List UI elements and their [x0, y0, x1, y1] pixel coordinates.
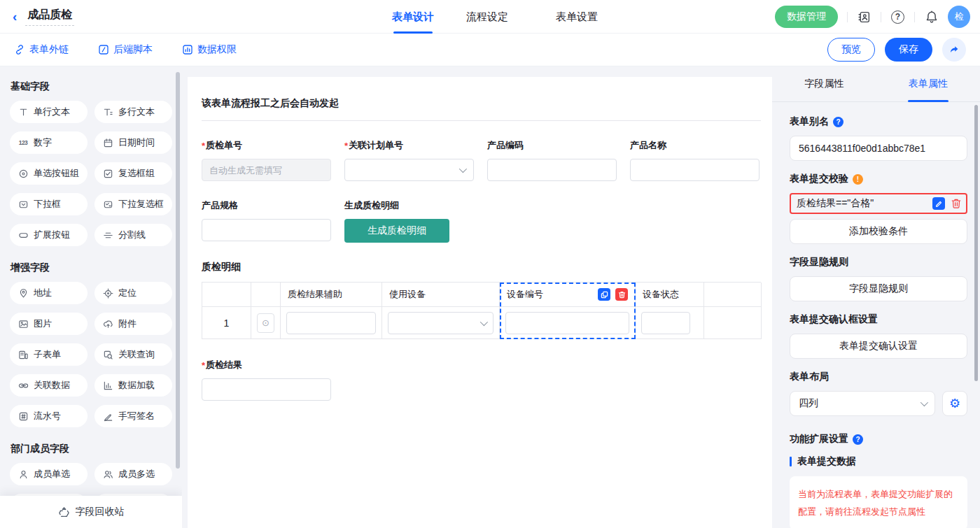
col-header-empty [704, 283, 762, 307]
field-pill-linked-query[interactable]: 关联查询 [94, 343, 172, 366]
field-pill-label: 日期时间 [118, 136, 155, 149]
col-header-device[interactable]: 使用设备 [382, 283, 500, 307]
copy-column-icon[interactable] [598, 288, 610, 301]
section-title-text: 表单别名 [790, 115, 829, 128]
back-icon[interactable]: ‹ [13, 10, 17, 23]
field-pill-checkbox-group[interactable]: 复选框组 [94, 162, 172, 185]
field-pill-attachment[interactable]: 附件 [94, 313, 172, 335]
field-pill-number[interactable]: 123数字 [10, 131, 88, 154]
tab-field-properties[interactable]: 字段属性 [772, 66, 876, 101]
field-pill-extend-button[interactable]: 扩展按钮 [10, 224, 88, 246]
field-pill-geolocation[interactable]: 定位 [94, 282, 172, 304]
link-icon [14, 44, 25, 55]
member-single-icon [18, 469, 29, 480]
field-plan-no[interactable]: *关联计划单号 [344, 139, 474, 181]
edit-rule-icon[interactable] [932, 197, 945, 210]
field-pill-subform[interactable]: 子表单 [10, 343, 88, 366]
col-header-widget [251, 283, 281, 307]
calendar-icon [102, 138, 113, 148]
submit-confirm-button[interactable]: 表单提交确认设置 [790, 334, 967, 359]
aux-input[interactable] [286, 312, 376, 334]
field-pill-address[interactable]: 地址 [10, 282, 88, 304]
tab-form-design[interactable]: 表单设计 [392, 0, 434, 34]
field-pill-single-line-text[interactable]: 单行文本 [10, 101, 88, 123]
required-star: * [202, 141, 205, 151]
delete-rule-icon[interactable] [951, 198, 962, 209]
field-pill-divider-line[interactable]: 分割线 [94, 224, 172, 246]
col-header-device-no[interactable]: 设备编号 [500, 283, 636, 307]
qc-no-input [202, 159, 331, 181]
field-product-spec[interactable]: 产品规格 [202, 199, 331, 243]
delete-column-icon[interactable] [615, 288, 628, 301]
field-pill-linked-data[interactable]: 关联数据 [10, 374, 88, 397]
data-manage-button[interactable]: 数据管理 [775, 6, 838, 28]
help-icon[interactable]: ? [890, 10, 905, 24]
field-pill-label: 下拉复选框 [118, 198, 164, 211]
field-pill-signature[interactable]: 手写签名 [94, 405, 172, 427]
device-no-input[interactable] [505, 312, 629, 334]
device-status-input[interactable] [641, 312, 690, 334]
dropdown-icon [18, 199, 29, 210]
tab-flow-setting[interactable]: 流程设定 [466, 0, 508, 34]
backend-script-link[interactable]: 后端脚本 [98, 43, 153, 56]
tab-form-properties[interactable]: 表单属性 [876, 66, 980, 101]
preview-button[interactable]: 预览 [827, 38, 875, 62]
subform-icon [18, 350, 29, 360]
page-title[interactable]: 成品质检 [25, 8, 74, 26]
contacts-icon[interactable] [857, 10, 872, 24]
multi-line-text-icon [102, 107, 113, 117]
tool-link-label: 后端脚本 [113, 43, 153, 56]
product-spec-input[interactable] [202, 219, 331, 241]
field-pill-label: 复选框组 [118, 167, 155, 180]
product-code-input[interactable] [487, 159, 617, 181]
field-pill-data-load[interactable]: 数据加载 [94, 374, 172, 397]
help-badge-icon[interactable]: ? [833, 117, 844, 127]
field-pill-member-single[interactable]: 成员单选 [10, 463, 88, 485]
field-product-code[interactable]: 产品编码 [487, 139, 617, 181]
add-validation-button[interactable]: 添加校验条件 [790, 219, 967, 244]
field-pill-dropdown[interactable]: 下拉框 [10, 193, 88, 215]
field-pill-multi-line-text[interactable]: 多行文本 [94, 101, 172, 123]
product-name-input[interactable] [630, 159, 760, 181]
panel-scrollbar[interactable] [974, 105, 978, 381]
warning-badge-icon[interactable]: ! [853, 174, 863, 185]
field-qc-no[interactable]: *质检单号 [202, 139, 331, 181]
qc-result-input[interactable] [202, 378, 331, 401]
chevron-down-icon [459, 165, 467, 173]
avatar[interactable]: 检 [948, 6, 970, 28]
layout-gear-button[interactable]: ⚙ [942, 391, 967, 416]
data-permission-link[interactable]: 数据权限 [182, 43, 237, 56]
field-pill-dropdown-multi[interactable]: 下拉复选框 [94, 193, 172, 215]
row-widget-cell: ⊙ [251, 307, 281, 339]
form-alias-input[interactable]: 5616443811f0e0d1abbc78e1 [790, 136, 967, 161]
panel-tabs: 字段属性 表单属性 [772, 66, 980, 102]
field-qc-result[interactable]: *质检结果 [202, 359, 331, 401]
help-badge-icon[interactable]: ? [853, 434, 863, 445]
save-button[interactable]: 保存 [885, 38, 932, 62]
validation-rule-row[interactable]: 质检结果=="合格" [790, 193, 967, 214]
field-pill-image[interactable]: 图片 [10, 313, 88, 335]
col-header-aux[interactable]: 质检结果辅助 [281, 283, 382, 307]
recycle-label: 字段回收站 [76, 506, 125, 518]
tab-form-setting[interactable]: 表单设置 [556, 0, 598, 34]
layout-select[interactable]: 四列 [790, 391, 935, 416]
form-external-link[interactable]: 表单外链 [14, 43, 69, 56]
field-pill-serial-number[interactable]: 流水号 [10, 405, 88, 427]
field-pill-datetime[interactable]: 日期时间 [94, 131, 172, 154]
field-generate-detail[interactable]: 生成质检明细 生成质检明细 [344, 199, 474, 243]
generate-detail-button[interactable]: 生成质检明细 [344, 219, 449, 243]
visibility-rules-button[interactable]: 字段显隐规则 [790, 276, 967, 301]
col-header-device-status[interactable]: 设备状态 [636, 283, 704, 307]
field-product-name[interactable]: 产品名称 [630, 139, 760, 181]
radio-cell-icon[interactable]: ⊙ [257, 313, 274, 333]
sidebar-scrollbar[interactable] [176, 72, 180, 469]
field-pill-member-multi[interactable]: 成员多选 [94, 463, 172, 485]
notification-bell-icon[interactable] [924, 10, 939, 24]
field-pill-label: 子表单 [34, 348, 61, 361]
device-select[interactable] [388, 312, 493, 334]
field-pill-radio-group[interactable]: 单选按钮组 [10, 162, 88, 185]
share-button[interactable] [942, 38, 966, 62]
field-recycle-bin[interactable]: 字段回收站 [0, 496, 182, 528]
plan-no-select[interactable] [344, 159, 474, 181]
field-pill-label: 分割线 [118, 229, 146, 241]
